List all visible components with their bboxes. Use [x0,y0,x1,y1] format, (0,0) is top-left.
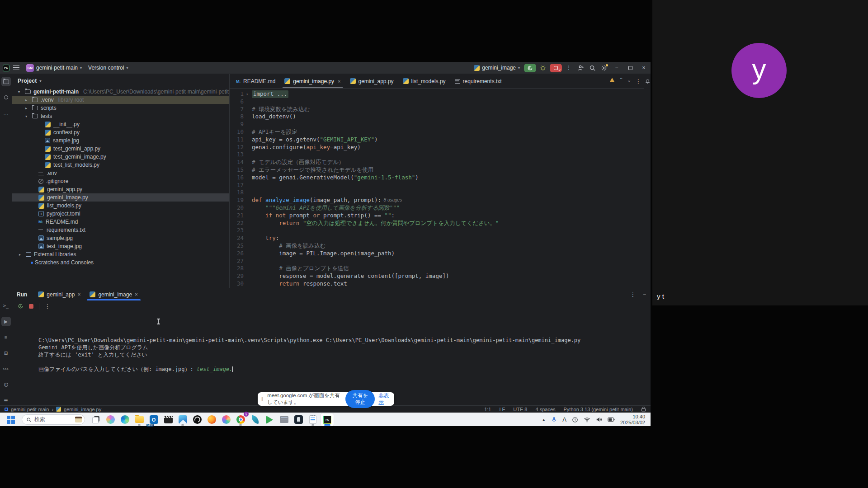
taskbar-app-kindle[interactable] [292,413,305,426]
taskbar-app-pycharm[interactable]: PC [321,413,334,426]
run-tool-icon[interactable]: ▶ [1,317,11,326]
tree-item-sample.jpg[interactable]: sample.jpg [12,136,229,145]
tree-item-.gitignore[interactable]: .gitignore [12,177,229,185]
status-widget-UTF-8[interactable]: UTF-8 [513,407,527,412]
editor-tab-README.md[interactable]: M↓README.md [231,74,280,88]
debug-button[interactable] [537,62,549,74]
taskbar-app-file-explorer[interactable] [133,413,146,426]
hidden-icons-chevron[interactable]: ▲ [542,418,546,422]
taskbar-app-edge[interactable] [118,413,131,426]
structure-tool-icon[interactable]: ☰ [1,396,11,405]
taskbar-app-chrome[interactable]: y [234,413,247,426]
drag-handle-icon[interactable]: ‖ [261,397,264,402]
packages-tool-icon[interactable]: ⊞ [1,348,11,358]
tree-collapse-icon[interactable]: ▾ [25,114,29,118]
tree-item-README.md[interactable]: M↓README.md [12,218,229,226]
tree-item-conftest.py[interactable]: conftest.py [12,128,229,136]
run-tab-gemini_app[interactable]: gemini_app× [33,288,85,300]
run-console[interactable]: C:\Users\PC_User\Downloads\gemini-petit-… [12,312,651,405]
close-tab-icon[interactable]: × [77,291,80,298]
tree-expand-icon[interactable]: ▸ [25,106,29,110]
project-panel-header[interactable]: Project ▾ [12,74,229,88]
status-widget-1:1[interactable]: 1:1 [484,407,491,412]
stop-sharing-button[interactable]: 共有を停止 [345,390,375,408]
tree-expand-icon[interactable]: ▸ [25,98,29,102]
code-with-me-button[interactable] [575,62,586,74]
tree-item-sample.jpg[interactable]: sample.jpg [12,234,229,242]
inspections-widget[interactable]: ⌃ ⌃ [610,77,631,83]
taskbar-app-copilot[interactable] [104,413,117,426]
rerun-icon[interactable] [18,303,24,309]
run-panel-minimize-icon[interactable]: − [643,291,646,298]
project-tool-icon[interactable] [1,77,11,86]
taskbar-app-sphere-app[interactable] [220,413,232,426]
taskbar-app-quill-app[interactable] [249,413,261,426]
editor-tab-list_models.py[interactable]: list_models.py [398,74,450,88]
search-everywhere-button[interactable] [586,62,598,74]
tree-item-__init__.py[interactable]: __init__.py [12,120,229,128]
close-tab-icon[interactable]: × [338,79,340,84]
taskbar-app-play-games[interactable] [263,413,276,426]
commit-tool-icon[interactable] [1,93,11,102]
more-actions-button[interactable]: ⋮ [563,62,575,74]
tree-item-.env[interactable]: .env [12,169,229,177]
editor-tab-gemini_image.py[interactable]: gemini_image.py× [280,74,345,88]
taskbar-app-outlook[interactable]: ONEW [147,413,160,426]
speaker-icon[interactable] [596,417,602,422]
taskbar-app-photos[interactable] [176,413,189,426]
tree-item-gemini_image.py[interactable]: gemini_image.py [12,193,229,202]
tree-item-test_gemini_app.py[interactable]: test_gemini_app.py [12,145,229,153]
tree-item-External Libraries[interactable]: ▸External Libraries [12,250,229,258]
tree-item-pyproject.toml[interactable]: Tpyproject.toml [12,210,229,218]
taskbar-search[interactable]: 検索 [22,414,85,425]
tree-item-test_list_models.py[interactable]: test_list_models.py [12,161,229,169]
run-tab-gemini_image[interactable]: gemini_image× [85,288,142,300]
fold-icon[interactable]: › [246,90,252,98]
editor-tab-requirements.txt[interactable]: requirements.txt [450,74,506,88]
status-widget-Python 3.13 (gemini-petit-main)[interactable]: Python 3.13 (gemini-petit-main) [564,407,633,412]
battery-icon[interactable] [608,417,615,422]
python-console-tool-icon[interactable]: >>> [1,364,11,374]
tree-collapse-icon[interactable]: ▾ [18,90,22,94]
stop-button[interactable]: 2 [550,64,562,72]
unlocked-icon[interactable] [641,406,646,413]
close-tab-icon[interactable]: × [135,291,138,298]
taskbar-app-notepad[interactable] [307,413,319,426]
terminal-tool-icon[interactable]: >_ [1,301,11,310]
tree-item-scripts[interactable]: ▸scripts [12,104,229,112]
start-button[interactable] [5,413,17,426]
maximize-button[interactable] [623,62,637,74]
tab-options-icon[interactable]: ⋮ [636,74,641,88]
tree-item-gemini_app.py[interactable]: gemini_app.py [12,185,229,193]
run-panel-options-icon[interactable]: ⋮ [630,291,636,298]
settings-button[interactable] [598,62,610,74]
tree-item-.venv[interactable]: ▸.venvlibrary root [12,96,229,104]
prev-problem-icon[interactable]: ⌃ [619,77,623,83]
console-options-icon[interactable]: ⋮ [45,303,50,310]
notifications-bell-icon[interactable] [645,79,651,84]
tree-expand-icon[interactable]: ▸ [19,253,23,257]
tree-item-Scratches and Consoles[interactable]: Scratches and Consoles [12,258,229,267]
clock-app-icon[interactable] [572,417,578,423]
editor-tab-gemini_app.py[interactable]: gemini_app.py [345,74,398,88]
taskbar-app-task-view[interactable] [90,413,102,426]
tree-item-tests[interactable]: ▾tests [12,112,229,120]
minimize-button[interactable]: − [610,62,623,74]
wifi-icon[interactable] [584,417,590,422]
stop-icon[interactable] [29,304,33,309]
status-widget-4 spaces[interactable]: 4 spaces [536,407,556,412]
taskbar-app-obs-studio[interactable] [191,413,203,426]
tree-item-gemini-petit-main[interactable]: ▾gemini-petit-mainC:\Users\PC_User\Downl… [12,88,229,96]
tree-item-list_models.py[interactable]: list_models.py [12,202,229,210]
tree-item-test_gemini_image.py[interactable]: test_gemini_image.py [12,153,229,161]
taskbar-app-video-editor[interactable] [162,413,175,426]
status-breadcrumb[interactable]: gemini-petit-main › gemini_image.py [5,407,101,412]
taskbar-app-firefox[interactable] [205,413,218,426]
next-problem-icon[interactable]: ⌃ [627,77,631,83]
status-widget-LF[interactable]: LF [499,407,505,412]
taskbar-clock[interactable]: 10:40 2025/03/02 [620,414,645,426]
tree-item-requirements.txt[interactable]: requirements.txt [12,226,229,234]
vcs-widget[interactable]: Version control ▾ [85,62,131,74]
problems-tool-icon[interactable]: i [1,380,11,389]
microphone-icon[interactable] [551,417,557,423]
